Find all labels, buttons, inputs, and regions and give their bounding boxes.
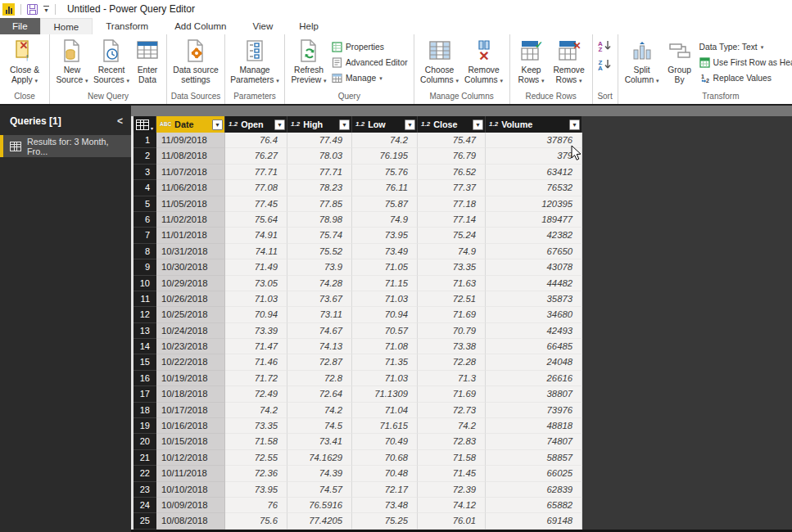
cell-close[interactable]: 77.37 [418, 180, 486, 196]
cell-date[interactable]: 11/07/2018 [156, 165, 225, 180]
filter-dropdown-button[interactable]: ▼ [212, 119, 223, 130]
row-number[interactable]: 12 [134, 307, 156, 322]
cell-open[interactable]: 77.45 [225, 196, 287, 212]
row-number[interactable]: 5 [134, 196, 156, 212]
cell-low[interactable]: 73.95 [352, 228, 418, 243]
cell-low[interactable]: 75.87 [352, 196, 418, 212]
cell-date[interactable]: 10/23/2018 [156, 339, 225, 354]
cell-low[interactable]: 70.48 [352, 466, 418, 481]
cell-low[interactable]: 71.1309 [352, 386, 418, 402]
cell-low[interactable]: 76.11 [352, 180, 418, 196]
cell-open[interactable]: 75.64 [225, 212, 287, 228]
cell-high[interactable]: 74.39 [287, 466, 352, 481]
tab-view[interactable]: View [240, 18, 287, 34]
cell-high[interactable]: 74.13 [287, 339, 352, 354]
cell-close[interactable]: 72.51 [418, 291, 486, 307]
cell-low[interactable]: 70.49 [352, 434, 418, 449]
cell-date[interactable]: 10/25/2018 [156, 307, 225, 322]
cell-close[interactable]: 72.28 [418, 354, 486, 370]
recent-sources-button[interactable]: Recent Sources ▾ [91, 37, 132, 85]
row-number[interactable]: 18 [134, 403, 156, 418]
row-number[interactable]: 10 [134, 276, 156, 291]
cell-date[interactable]: 10/08/2018 [156, 513, 225, 529]
cell-volume[interactable]: 69148 [486, 513, 582, 529]
cell-low[interactable]: 71.05 [352, 259, 418, 275]
cell-date[interactable]: 10/11/2018 [156, 466, 225, 481]
cell-open[interactable]: 73.05 [225, 276, 287, 291]
cell-date[interactable]: 10/17/2018 [156, 403, 225, 418]
cell-volume[interactable]: 65882 [486, 498, 582, 513]
row-number[interactable]: 7 [134, 228, 156, 243]
cell-open[interactable]: 71.47 [225, 339, 287, 354]
cell-close[interactable]: 71.63 [418, 276, 486, 291]
group-by-button[interactable]: Group By [663, 37, 697, 85]
cell-high[interactable]: 73.41 [287, 434, 352, 449]
cell-close[interactable]: 73.38 [418, 339, 486, 354]
cell-date[interactable]: 10/29/2018 [156, 276, 225, 291]
cell-open[interactable]: 71.49 [225, 259, 287, 275]
filter-dropdown-button[interactable]: ▼ [274, 119, 285, 130]
cell-close[interactable]: 71.45 [418, 466, 486, 481]
collapse-panel-chevron-icon[interactable]: < [117, 115, 123, 127]
data-type-button[interactable]: Data Type: Text ▾ [697, 39, 792, 55]
cell-high[interactable]: 75.52 [287, 244, 352, 259]
tab-help[interactable]: Help [286, 18, 332, 34]
cell-date[interactable]: 10/09/2018 [156, 498, 225, 513]
cell-date[interactable]: 10/30/2018 [156, 259, 225, 275]
cell-high[interactable]: 78.98 [287, 212, 352, 228]
cell-volume[interactable]: 38807 [486, 386, 582, 402]
cell-high[interactable]: 72.64 [287, 386, 352, 402]
cell-high[interactable]: 73.67 [287, 291, 352, 307]
cell-low[interactable]: 76.195 [352, 148, 418, 164]
tab-transform[interactable]: Transform [93, 18, 161, 34]
cell-date[interactable]: 10/15/2018 [156, 434, 225, 449]
cell-open[interactable]: 77.08 [225, 180, 287, 196]
cell-low[interactable]: 70.94 [352, 307, 418, 322]
cell-open[interactable]: 73.39 [225, 323, 287, 339]
sort-descending-button[interactable]: ZA [596, 58, 614, 74]
cell-volume[interactable]: 76532 [486, 180, 582, 196]
row-number[interactable]: 25 [134, 513, 156, 529]
cell-high[interactable]: 74.1629 [287, 450, 352, 466]
cell-high[interactable]: 72.8 [287, 371, 352, 386]
split-column-button[interactable]: Split Column ▾ [622, 37, 663, 85]
cell-close[interactable]: 70.79 [418, 323, 486, 339]
cell-volume[interactable]: 189477 [486, 212, 582, 228]
row-number[interactable]: 3 [134, 165, 156, 180]
cell-date[interactable]: 10/26/2018 [156, 291, 225, 307]
cell-open[interactable]: 75.6 [225, 513, 287, 529]
cell-close[interactable]: 72.73 [418, 403, 486, 418]
advanced-editor-button[interactable]: Advanced Editor [329, 55, 410, 70]
cell-volume[interactable]: 63412 [486, 165, 582, 180]
row-number[interactable]: 2 [134, 148, 156, 164]
tab-home[interactable]: Home [40, 18, 93, 34]
cell-open[interactable]: 74.11 [225, 244, 287, 259]
cell-low[interactable]: 74.2 [352, 133, 418, 148]
cell-open[interactable]: 74.91 [225, 228, 287, 243]
cell-high[interactable]: 77.49 [287, 133, 352, 148]
cell-low[interactable]: 71.04 [352, 403, 418, 418]
cell-low[interactable]: 71.615 [352, 418, 418, 434]
cell-volume[interactable]: 67650 [486, 244, 582, 259]
row-number[interactable]: 17 [134, 386, 156, 402]
cell-date[interactable]: 10/10/2018 [156, 482, 225, 498]
cell-date[interactable]: 10/16/2018 [156, 418, 225, 434]
cell-close[interactable]: 74.2 [418, 418, 486, 434]
cell-volume[interactable]: 37876 [486, 133, 582, 148]
remove-rows-button[interactable]: ✕ Remove Rows ▾ [550, 37, 589, 85]
cell-high[interactable]: 77.4205 [287, 513, 352, 529]
cell-volume[interactable]: 120395 [486, 196, 582, 212]
cell-volume[interactable]: 44482 [486, 276, 582, 291]
cell-open[interactable]: 77.71 [225, 165, 287, 180]
cell-close[interactable]: 74.9 [418, 244, 486, 259]
cell-high[interactable]: 74.67 [287, 323, 352, 339]
cell-open[interactable]: 71.58 [225, 434, 287, 449]
tab-add-column[interactable]: Add Column [161, 18, 239, 34]
cell-open[interactable]: 71.72 [225, 371, 287, 386]
cell-high[interactable]: 75.74 [287, 228, 352, 243]
cell-low[interactable]: 71.35 [352, 354, 418, 370]
cell-low[interactable]: 71.03 [352, 371, 418, 386]
cell-close[interactable]: 76.79 [418, 148, 486, 164]
cell-date[interactable]: 10/31/2018 [156, 244, 225, 259]
manage-button[interactable]: Manage ▾ [329, 70, 410, 86]
